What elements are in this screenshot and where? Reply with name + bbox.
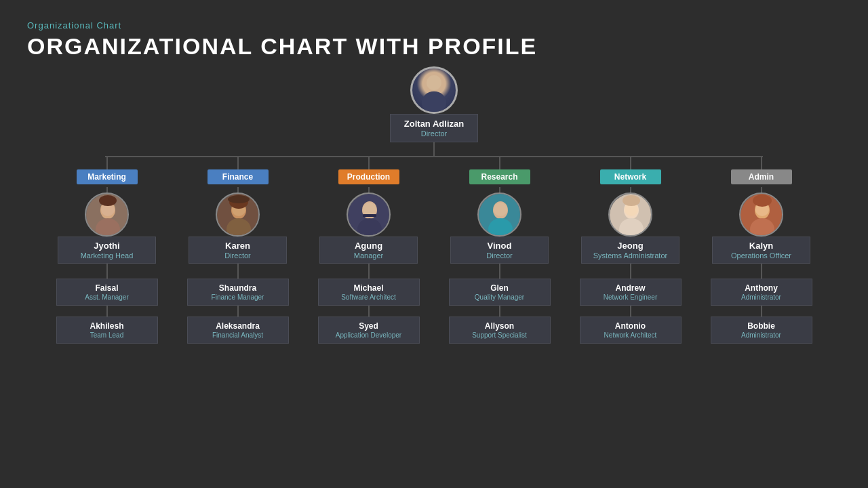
card-jeong: Jeong Systems Administrator <box>581 237 679 264</box>
title-glen: Quality Manager <box>455 293 545 301</box>
svg-point-2 <box>427 75 441 90</box>
name-bobbie: Bobbie <box>717 321 806 331</box>
badge-research: Research <box>469 169 530 184</box>
avatar-top <box>410 66 458 114</box>
title-akhilesh: Team Lead <box>62 331 152 339</box>
name-aleksandra: Aleksandra <box>193 321 283 331</box>
title-allyson: Support Specialist <box>455 331 545 339</box>
title-antonio: Network Architect <box>586 331 675 339</box>
name-anthony: Anthony <box>717 283 806 293</box>
svg-point-1 <box>422 92 447 114</box>
name-michael: Michael <box>324 283 414 293</box>
svg-point-22 <box>494 203 507 216</box>
badge-finance: Finance <box>208 169 269 184</box>
card-agung: Agung Manager <box>319 237 418 264</box>
title-bobbie: Administrator <box>717 331 806 339</box>
badge-marketing: Marketing <box>77 169 138 184</box>
dept-research: Research Vinod Director Glen <box>434 169 565 344</box>
title-michael: Software Architect <box>324 293 414 301</box>
name-agung: Agung <box>326 241 412 251</box>
name-andrew: Andrew <box>586 283 675 293</box>
avatar-agung <box>347 192 391 237</box>
name-syed: Syed <box>324 321 414 331</box>
card-anthony: Anthony Administrator <box>711 279 812 306</box>
avatar-jeong <box>608 192 652 237</box>
name-antonio: Antonio <box>586 321 675 331</box>
top-person-name: Zoltan Adlizan <box>401 119 467 129</box>
name-shaundra: Shaundra <box>193 283 283 293</box>
card-andrew: Andrew Network Engineer <box>580 279 682 306</box>
name-jyothi: Jyothi <box>64 241 150 251</box>
svg-point-7 <box>99 195 117 206</box>
title-syed: Application Developer <box>324 331 414 339</box>
title-kalyn: Operations Officer <box>718 251 804 260</box>
card-jyothi: Jyothi Marketing Head <box>58 237 156 264</box>
name-glen: Glen <box>455 283 545 293</box>
top-node: Zoltan Adlizan Director <box>390 66 478 142</box>
dept-finance: Finance Karen Director <box>172 169 303 344</box>
avatar-karen <box>216 192 260 237</box>
card-faisal: Faisal Asst. Manager <box>56 279 158 306</box>
title-vinod: Director <box>456 251 542 260</box>
card-aleksandra: Aleksandra Financial Analyst <box>187 317 289 344</box>
card-glen: Glen Quality Manager <box>449 279 551 306</box>
avatar-vinod <box>477 192 521 237</box>
dept-production: Production Agung Manager <box>303 169 434 344</box>
title-jyothi: Marketing Head <box>64 251 150 260</box>
top-person-card: Zoltan Adlizan Director <box>390 114 478 142</box>
title-faisal: Asst. Manager <box>62 293 152 301</box>
name-jeong: Jeong <box>587 241 673 251</box>
title-shaundra: Finance Manager <box>193 293 283 301</box>
title: ORGANIZATIONAL CHART WITH PROFILE <box>27 33 841 60</box>
card-karen: Karen Director <box>189 237 287 264</box>
name-akhilesh: Akhilesh <box>62 321 152 331</box>
org-chart: Zoltan Adlizan Director Marketing <box>27 66 841 344</box>
card-akhilesh: Akhilesh Team Lead <box>56 317 158 344</box>
dept-vlines-row <box>41 157 827 169</box>
badge-admin: Admin <box>731 169 792 184</box>
avatar-kalyn <box>739 192 783 237</box>
name-vinod: Vinod <box>456 241 542 251</box>
departments-row: Marketing Jyothi Marketing Head <box>41 169 827 344</box>
card-shaundra: Shaundra Finance Manager <box>187 279 289 306</box>
svg-rect-18 <box>363 214 376 217</box>
avatar-jyothi <box>85 192 129 237</box>
title-karen: Director <box>195 251 281 260</box>
page: Organizational Chart ORGANIZATIONAL CHAR… <box>0 0 868 488</box>
name-kalyn: Kalyn <box>718 241 804 251</box>
badge-network: Network <box>600 169 661 184</box>
card-syed: Syed Application Developer <box>318 317 420 344</box>
dept-marketing: Marketing Jyothi Marketing Head <box>41 169 172 344</box>
name-faisal: Faisal <box>62 283 152 293</box>
header: Organizational Chart ORGANIZATIONAL CHAR… <box>27 20 841 60</box>
dept-network: Network Jeong Systems Administrator <box>565 169 696 344</box>
card-michael: Michael Software Architect <box>318 279 420 306</box>
name-karen: Karen <box>195 241 281 251</box>
svg-point-27 <box>623 195 640 206</box>
title-aleksandra: Financial Analyst <box>193 331 283 339</box>
card-antonio: Antonio Network Architect <box>580 317 682 344</box>
svg-point-32 <box>753 195 772 207</box>
title-anthony: Administrator <box>717 293 806 301</box>
badge-production: Production <box>338 169 399 184</box>
top-vline <box>433 142 435 156</box>
top-person-title: Director <box>401 129 467 138</box>
title-agung: Manager <box>326 251 412 260</box>
subtitle: Organizational Chart <box>27 20 841 30</box>
title-jeong: Systems Administrator <box>587 251 673 260</box>
card-allyson: Allyson Support Specialist <box>449 317 551 344</box>
svg-point-13 <box>228 195 250 203</box>
title-andrew: Network Engineer <box>586 293 675 301</box>
card-kalyn: Kalyn Operations Officer <box>712 237 810 264</box>
name-allyson: Allyson <box>455 321 545 331</box>
dept-admin: Admin Kalyn Operations Officer <box>696 169 827 344</box>
card-vinod: Vinod Director <box>450 237 549 264</box>
card-bobbie: Bobbie Administrator <box>711 317 812 344</box>
